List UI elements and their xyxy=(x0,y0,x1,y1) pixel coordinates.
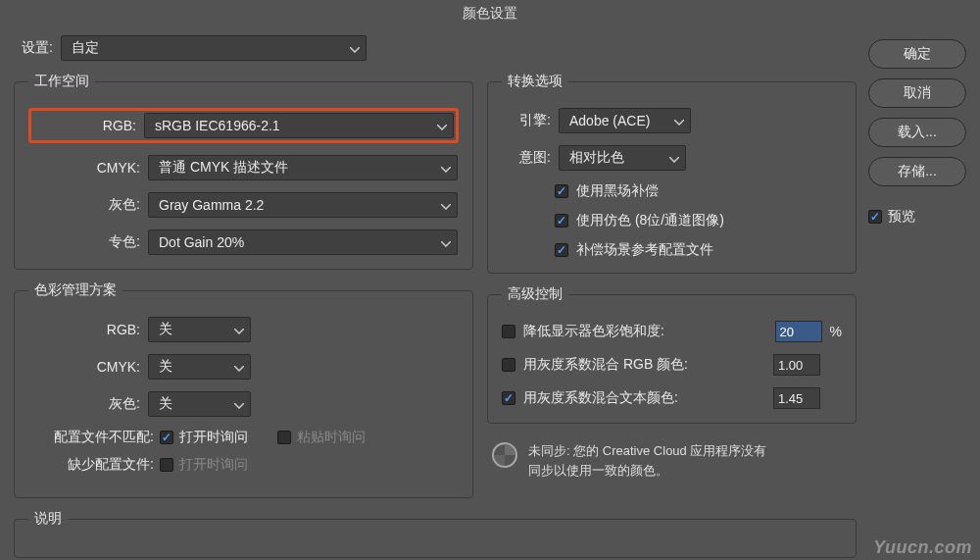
intent-select[interactable]: 相对比色 xyxy=(559,145,686,171)
pol-rgb-select[interactable]: 关 xyxy=(148,317,251,342)
advanced-fieldset: 高级控制 降低显示器色彩饱和度: % 用灰度系数混合 RGB 颜色: xyxy=(487,285,857,424)
ws-rgb-value: sRGB IEC61966-2.1 xyxy=(155,118,280,133)
dither-checkbox[interactable] xyxy=(555,214,568,228)
policy-fieldset: 色彩管理方案 RGB: 关 CMYK: 关 xyxy=(14,281,473,498)
ws-cmyk-select[interactable]: 普通 CMYK 描述文件 xyxy=(148,155,458,180)
missing-open-label: 打开时询问 xyxy=(179,456,248,474)
settings-select[interactable]: 自定 xyxy=(61,35,367,61)
pol-gray-value: 关 xyxy=(159,395,172,413)
ws-gray-select[interactable]: Gray Gamma 2.2 xyxy=(148,192,458,218)
chevron-down-icon xyxy=(234,359,244,375)
compensate-checkbox[interactable] xyxy=(555,243,568,257)
workspace-fieldset: 工作空间 RGB: sRGB IEC61966-2.1 CMYK: xyxy=(14,73,473,270)
sync-icon xyxy=(491,441,518,469)
ws-spot-label: 专色: xyxy=(28,233,140,251)
cancel-button[interactable]: 取消 xyxy=(868,78,966,108)
dither-label: 使用仿色 (8位/通道图像) xyxy=(576,212,724,229)
mismatch-open-checkbox[interactable] xyxy=(160,431,173,444)
missing-open-checkbox[interactable] xyxy=(160,458,173,472)
sync-text-2: 同步以使用一致的颜色。 xyxy=(528,461,766,481)
watermark: Yuucn.com xyxy=(873,537,972,558)
blend-rgb-label: 用灰度系数混合 RGB 颜色: xyxy=(523,356,765,374)
ws-gray-value: Gray Gamma 2.2 xyxy=(159,197,264,213)
preview-checkbox[interactable] xyxy=(868,210,882,224)
blend-text-input[interactable] xyxy=(773,387,820,409)
mismatch-paste-label: 粘贴时询问 xyxy=(297,429,366,446)
desat-checkbox[interactable] xyxy=(502,325,515,338)
compensate-label: 补偿场景参考配置文件 xyxy=(576,241,713,259)
ws-spot-value: Dot Gain 20% xyxy=(159,234,244,250)
conversion-fieldset: 转换选项 引擎: Adobe (ACE) 意图: 相对比色 xyxy=(487,73,857,274)
ws-spot-select[interactable]: Dot Gain 20% xyxy=(148,229,458,255)
engine-value: Adobe (ACE) xyxy=(569,113,650,128)
chevron-down-icon xyxy=(234,396,244,412)
blend-rgb-checkbox[interactable] xyxy=(502,358,515,372)
chevron-down-icon xyxy=(674,113,684,128)
pol-rgb-label: RGB: xyxy=(28,322,140,337)
pol-cmyk-value: 关 xyxy=(159,358,172,376)
blend-text-checkbox[interactable] xyxy=(502,391,515,405)
workspace-legend: 工作空间 xyxy=(28,73,95,90)
blackpoint-label: 使用黑场补偿 xyxy=(576,182,659,200)
chevron-down-icon xyxy=(350,40,360,56)
mismatch-paste-checkbox[interactable] xyxy=(277,431,291,444)
conversion-legend: 转换选项 xyxy=(502,73,568,90)
engine-select[interactable]: Adobe (ACE) xyxy=(559,108,691,133)
chevron-down-icon xyxy=(441,197,451,213)
blackpoint-checkbox[interactable] xyxy=(555,184,568,198)
dialog-title: 颜色设置 xyxy=(0,0,980,27)
load-button[interactable]: 载入... xyxy=(868,118,966,147)
desat-input[interactable] xyxy=(775,321,822,342)
ws-gray-label: 灰色: xyxy=(28,196,140,214)
settings-label: 设置: xyxy=(14,39,53,57)
intent-label: 意图: xyxy=(502,149,551,167)
chevron-down-icon xyxy=(441,160,451,176)
blend-text-label: 用灰度系数混合文本颜色: xyxy=(523,389,765,407)
chevron-down-icon xyxy=(234,322,244,337)
ok-button[interactable]: 确定 xyxy=(868,39,966,69)
ws-rgb-select[interactable]: sRGB IEC61966-2.1 xyxy=(144,113,454,138)
advanced-legend: 高级控制 xyxy=(502,285,568,303)
mismatch-open-label: 打开时询问 xyxy=(179,429,248,446)
pol-cmyk-select[interactable]: 关 xyxy=(148,354,251,380)
pol-gray-select[interactable]: 关 xyxy=(148,391,251,417)
chevron-down-icon xyxy=(441,234,451,250)
description-legend: 说明 xyxy=(28,510,68,528)
desat-label: 降低显示器色彩饱和度: xyxy=(523,323,767,340)
ws-cmyk-label: CMYK: xyxy=(28,160,140,176)
engine-label: 引擎: xyxy=(502,112,551,129)
intent-value: 相对比色 xyxy=(569,149,624,167)
blend-rgb-input[interactable] xyxy=(773,354,820,376)
chevron-down-icon xyxy=(669,150,679,166)
ws-cmyk-value: 普通 CMYK 描述文件 xyxy=(159,159,288,177)
policy-legend: 色彩管理方案 xyxy=(28,281,122,299)
settings-value: 自定 xyxy=(72,39,99,57)
save-button[interactable]: 存储... xyxy=(868,157,966,186)
ws-rgb-label: RGB: xyxy=(33,118,136,133)
pol-cmyk-label: CMYK: xyxy=(28,359,140,375)
rgb-highlight: RGB: sRGB IEC61966-2.1 xyxy=(28,108,459,143)
sync-text-1: 未同步: 您的 Creative Cloud 应用程序没有 xyxy=(528,441,766,461)
missing-label: 缺少配置文件: xyxy=(28,456,154,474)
pol-rgb-value: 关 xyxy=(159,321,172,338)
mismatch-label: 配置文件不匹配: xyxy=(28,429,154,446)
sync-status: 未同步: 您的 Creative Cloud 应用程序没有 同步以使用一致的颜色… xyxy=(487,441,857,480)
pol-gray-label: 灰色: xyxy=(28,395,140,413)
chevron-down-icon xyxy=(437,118,447,133)
description-fieldset: 说明 xyxy=(14,510,857,558)
desat-unit: % xyxy=(830,324,842,339)
preview-label: 预览 xyxy=(888,208,915,226)
